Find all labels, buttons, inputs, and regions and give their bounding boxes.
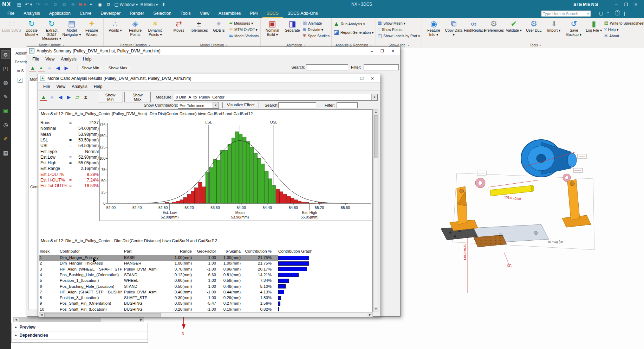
- copy-icon[interactable]: ⧉: [52, 1, 59, 8]
- as-filter-input[interactable]: [364, 64, 399, 70]
- maximize-button[interactable]: ❐: [357, 75, 367, 82]
- section-dependencies[interactable]: ▸Dependencies: [12, 331, 148, 340]
- mc-show-max-button[interactable]: Show Max: [124, 92, 151, 102]
- as-show-min-button[interactable]: Show Min: [78, 65, 103, 71]
- restore-button[interactable]: ❐: [621, 0, 631, 9]
- nav-checkbox[interactable]: ✔: [18, 78, 22, 83]
- list-view-icon[interactable]: ≡: [48, 94, 56, 101]
- tab-view[interactable]: View: [195, 9, 214, 18]
- sidebar-grid-icon[interactable]: ▦: [1, 149, 10, 157]
- maximize-button[interactable]: ❐: [377, 47, 388, 55]
- tab-3dcs-add-ons[interactable]: 3DCS Add-Ons: [283, 9, 322, 18]
- column-header-geofactor[interactable]: GeoFactor: [188, 249, 216, 253]
- tab-3dcs[interactable]: 3DCS: [262, 9, 283, 18]
- fullscreen-icon[interactable]: ▢: [599, 11, 603, 16]
- pulley-assembly-model[interactable]: [436, 134, 632, 299]
- ribbon-validate[interactable]: ✔Validate ▾: [504, 19, 523, 33]
- contributors-combo[interactable]: Per Tolerance ▼: [178, 102, 219, 109]
- next-measure-icon[interactable]: ▶: [63, 64, 70, 71]
- column-header-contribution-[interactable]: Contribution %: [239, 249, 272, 253]
- as-search-input[interactable]: [306, 64, 348, 70]
- sidebar-settings-icon[interactable]: ⚙: [1, 50, 10, 59]
- window-icon[interactable]: ▢Window ▾: [113, 1, 138, 8]
- ribbon-model-navigator[interactable]: ▤Model Navigator ▾: [62, 19, 82, 37]
- mc-filter-input[interactable]: [337, 102, 358, 108]
- monte-carlo-titlebar[interactable]: ▲ Monte Carlo Analysis Results (Pulley_D…: [38, 74, 380, 83]
- ribbon-find-replace[interactable]: ∞Find/Replace: [464, 19, 483, 33]
- tolerance-icon[interactable]: ±: [82, 94, 89, 101]
- ribbon-moves[interactable]: ⇄Moves: [169, 19, 189, 33]
- tab-tools[interactable]: Tools: [176, 9, 195, 18]
- ribbon-copy-data[interactable]: ⧉Copy Data ▾: [444, 19, 463, 37]
- cut-icon[interactable]: ✂: [43, 1, 51, 8]
- ribbon-feature-wizard[interactable]: ✦Feature Wizard: [82, 19, 102, 37]
- previous-measure-icon[interactable]: ◀: [54, 64, 61, 71]
- collapse-ribbon-icon[interactable]: ^: [607, 11, 609, 16]
- scroll-up-icon[interactable]: ▲: [374, 110, 378, 115]
- tab-assemblies[interactable]: Assemblies: [214, 9, 246, 18]
- group-dialog-launcher-icon[interactable]: ▾: [408, 44, 409, 47]
- minimize-ribbon-icon[interactable]: ⇟: [160, 1, 168, 8]
- ribbon-import[interactable]: ⇩Import ▾: [544, 19, 564, 33]
- expand-arrow-icon[interactable]: ▸: [15, 325, 17, 329]
- cascade-windows-icon[interactable]: ⧉: [105, 1, 112, 8]
- visualize-effect-button[interactable]: Visualize Effect: [222, 102, 259, 108]
- mc-horizontal-scrollbar[interactable]: ◀ ▶: [39, 312, 373, 317]
- tab-file[interactable]: File: [3, 9, 19, 18]
- ribbon-animate[interactable]: ▥Animate: [303, 20, 330, 26]
- measure-combo[interactable]: 8 Dim_A_to_Pulley_Center ▼: [174, 94, 378, 101]
- minimize-button[interactable]: –: [346, 75, 357, 82]
- ribbon-deviate[interactable]: ≋Deviate ▾: [303, 27, 330, 32]
- ribbon-log-file[interactable]: ▮Log File ▾: [584, 19, 604, 33]
- ribbon-about[interactable]: ✱About...: [604, 33, 644, 38]
- column-header-contributor[interactable]: Contributor: [60, 249, 122, 253]
- mc-show-min-button[interactable]: Show Min: [98, 92, 123, 102]
- microphone-icon[interactable]: ⌖: [87, 1, 95, 8]
- tab-render[interactable]: Render: [125, 9, 149, 18]
- menu-analysis[interactable]: Analysis: [69, 83, 91, 90]
- menu-file[interactable]: File: [29, 56, 42, 62]
- sidebar-display-icon[interactable]: ▣: [1, 107, 10, 115]
- ribbon-help[interactable]: ?Help ▾: [604, 27, 644, 32]
- ribbon-tolerances[interactable]: ±Tolerances: [189, 19, 209, 33]
- ribbon-show-mesh[interactable]: ▦Show Mesh ▾: [378, 20, 420, 26]
- list-view-icon[interactable]: ≡: [46, 64, 53, 71]
- scroll-thumb[interactable]: [44, 313, 161, 317]
- section-preview[interactable]: ▸Preview: [12, 323, 148, 331]
- search-icon[interactable]: ⌕: [587, 11, 589, 16]
- menu-analysis[interactable]: Analysis: [58, 56, 80, 62]
- repeat-command-icon[interactable]: ⊕: [69, 1, 77, 8]
- menu-view[interactable]: View: [53, 83, 69, 90]
- undo-icon[interactable]: ↶ ▾: [24, 1, 33, 8]
- close-button[interactable]: ✕: [388, 47, 398, 55]
- tab-analysis[interactable]: Analysis: [19, 9, 45, 18]
- ribbon-report-generation[interactable]: ◪Report Generation ▾: [333, 28, 374, 36]
- main-menu-icon[interactable]: ≡Menu ▾: [140, 1, 159, 8]
- sidebar-sketch-icon[interactable]: ✎: [1, 93, 10, 101]
- expand-arrow-icon[interactable]: ▸: [15, 334, 17, 337]
- tab-pmi[interactable]: PMI: [246, 9, 262, 18]
- chevron-down-icon[interactable]: ▼: [213, 102, 219, 108]
- tab-curve[interactable]: Curve: [75, 9, 96, 18]
- ribbon-show-points[interactable]: ∵Show Points: [378, 27, 420, 32]
- mc-vertical-scrollbar[interactable]: ▲ ▼: [373, 109, 378, 312]
- sidebar-assembly-icon[interactable]: ◳: [1, 64, 10, 73]
- as-show-max-button[interactable]: Show Max: [105, 65, 131, 71]
- histogram-small-icon[interactable]: ▲: [38, 65, 45, 71]
- nav-horizontal-scrollbar[interactable]: ◀ ▶: [13, 317, 144, 322]
- ribbon-mtm-on-off[interactable]: ✳MTM On/Off ▾: [229, 27, 259, 32]
- ribbon-dynamic-points[interactable]: ✶Dynamic Points ▾: [145, 19, 165, 37]
- scroll-thumb[interactable]: [374, 115, 378, 158]
- menu-view[interactable]: View: [42, 56, 58, 62]
- ribbon-feature-points[interactable]: ◈Feature Points: [125, 19, 145, 37]
- ribbon-save-backup[interactable]: ↺Save Backup ▾: [564, 19, 584, 37]
- ribbon-update-model[interactable]: ↻Update Model ▾: [22, 19, 41, 37]
- scroll-down-icon[interactable]: ▼: [374, 307, 378, 312]
- ribbon-feature-info[interactable]: ◉Feature Info ▾: [424, 19, 443, 37]
- scroll-left-icon[interactable]: ◀: [14, 318, 19, 322]
- ribbon-gdts[interactable]: ⌖GD&Ts: [209, 19, 229, 33]
- menu-help[interactable]: Help: [80, 56, 95, 62]
- scroll-thumb[interactable]: [19, 318, 100, 322]
- ribbon-spec-studies[interactable]: ⊞Spec Studies: [303, 33, 330, 38]
- sidebar-part-icon[interactable]: ◍: [1, 78, 10, 87]
